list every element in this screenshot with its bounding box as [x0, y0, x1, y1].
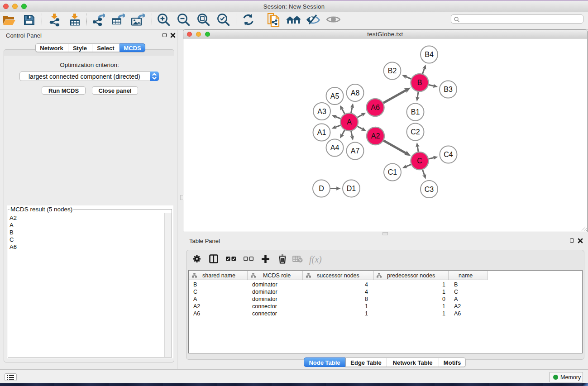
svg-text:A4: A4	[330, 144, 339, 152]
svg-text:A5: A5	[330, 92, 339, 100]
svg-text:C4: C4	[444, 151, 453, 158]
svg-text:B2: B2	[388, 67, 397, 75]
svg-text:A: A	[347, 118, 352, 126]
svg-text:D1: D1	[347, 185, 356, 192]
svg-text:A2: A2	[371, 132, 380, 140]
svg-text:B: B	[417, 79, 422, 86]
svg-text:A6: A6	[371, 104, 380, 111]
svg-text:A3: A3	[317, 108, 326, 115]
svg-text:A7: A7	[351, 147, 360, 155]
svg-text:B3: B3	[444, 86, 453, 93]
svg-text:C3: C3	[425, 186, 434, 193]
svg-text:C1: C1	[388, 168, 397, 176]
svg-text:B1: B1	[411, 108, 420, 116]
svg-text:A8: A8	[351, 89, 360, 97]
svg-text:C: C	[417, 157, 422, 165]
svg-text:C2: C2	[411, 128, 420, 136]
svg-text:B4: B4	[425, 51, 434, 58]
svg-text:A1: A1	[317, 129, 326, 136]
svg-text:D: D	[319, 185, 324, 192]
